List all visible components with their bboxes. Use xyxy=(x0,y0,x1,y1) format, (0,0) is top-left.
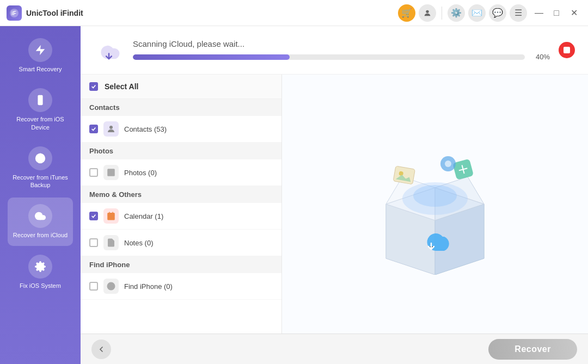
sidebar-label-recover-icloud: Recover from iCloud xyxy=(13,231,68,239)
main-layout: Smart Recovery Recover from iOS Device R… xyxy=(0,26,588,364)
sidebar-label-recover-itunes: Recover from iTunes Backup xyxy=(12,174,69,189)
svg-text:iF: iF xyxy=(11,10,16,16)
progress-row: 40% xyxy=(133,53,550,61)
calendar-checkbox[interactable] xyxy=(89,212,98,220)
sidebar-label-smart-recovery: Smart Recovery xyxy=(19,65,62,73)
sidebar-item-recover-ios[interactable]: Recover from iOS Device xyxy=(8,82,73,138)
svg-point-34 xyxy=(445,161,451,167)
findiphone-checkbox[interactable] xyxy=(89,282,98,291)
sidebar-item-recover-itunes[interactable]: Recover from iTunes Backup xyxy=(8,140,73,196)
minimize-button[interactable]: — xyxy=(531,5,547,21)
recover-itunes-icon xyxy=(28,146,52,170)
list-panel: Select All Contacts Contacts (53) Photos xyxy=(81,75,282,334)
notes-label: Notes (0) xyxy=(124,239,153,247)
svg-point-10 xyxy=(109,126,113,129)
svg-point-4 xyxy=(40,103,41,104)
scan-header: Scanning iCloud, please wait... 40% xyxy=(81,26,588,75)
sidebar-label-recover-ios: Recover from iOS Device xyxy=(12,115,69,131)
sidebar-item-smart-recovery[interactable]: Smart Recovery xyxy=(8,32,73,79)
bottom-bar: Recover xyxy=(81,334,588,364)
scan-info: Scanning iCloud, please wait... 40% xyxy=(133,39,550,61)
content-area: Scanning iCloud, please wait... 40% xyxy=(81,26,588,364)
select-all-label: Select All xyxy=(105,82,139,91)
sidebar: Smart Recovery Recover from iOS Device R… xyxy=(0,26,81,364)
svg-point-29 xyxy=(413,185,457,207)
progress-bar-outer xyxy=(133,54,525,60)
titlebar: iF UnicTool iFindit 🛒 ⚙️ ✉️ 💬 ☰ — □ ✕ xyxy=(0,0,588,26)
recover-ios-icon xyxy=(28,88,52,112)
list-item-contacts[interactable]: Contacts (53) xyxy=(81,116,281,143)
findiphone-icon xyxy=(103,279,119,294)
photos-label: Photos (0) xyxy=(124,169,157,177)
contacts-label: Contacts (53) xyxy=(124,125,167,133)
notes-icon xyxy=(103,235,119,250)
menu-icon[interactable]: ☰ xyxy=(510,4,527,22)
stop-icon xyxy=(564,47,570,53)
contacts-icon xyxy=(103,121,119,137)
findiphone-label: Find iPhone (0) xyxy=(124,282,173,291)
stop-scan-button[interactable] xyxy=(559,42,575,58)
back-button[interactable] xyxy=(91,340,111,359)
cart-icon[interactable]: 🛒 xyxy=(398,4,415,22)
scan-status-text: Scanning iCloud, please wait... xyxy=(133,39,550,48)
select-all-row[interactable]: Select All xyxy=(81,75,281,99)
svg-point-20 xyxy=(110,285,113,288)
progress-bar-inner xyxy=(133,54,290,60)
category-contacts: Contacts xyxy=(81,99,281,116)
content-body: Select All Contacts Contacts (53) Photos xyxy=(81,75,588,334)
select-all-checkbox[interactable] xyxy=(89,82,98,91)
svg-rect-3 xyxy=(38,95,42,105)
box-illustration xyxy=(359,133,511,275)
smart-recovery-icon xyxy=(28,38,52,62)
sidebar-item-fix-ios[interactable]: Fix iOS System xyxy=(8,248,73,296)
progress-percent: 40% xyxy=(530,53,550,61)
close-button[interactable]: ✕ xyxy=(566,5,581,21)
app-logo: iF xyxy=(7,5,22,21)
category-findiphone: Find iPhone xyxy=(81,256,281,273)
window-controls: — □ ✕ xyxy=(531,5,581,21)
list-item-photos[interactable]: Photos (0) xyxy=(81,159,281,186)
separator xyxy=(442,7,442,20)
notes-checkbox[interactable] xyxy=(89,238,98,247)
svg-point-12 xyxy=(109,170,110,171)
list-item-calendar[interactable]: Calendar (1) xyxy=(81,203,281,230)
list-item-notes[interactable]: Notes (0) xyxy=(81,230,281,256)
list-item-findiphone[interactable]: Find iPhone (0) xyxy=(81,273,281,300)
preview-panel xyxy=(282,75,588,334)
maximize-button[interactable]: □ xyxy=(549,5,564,21)
fix-ios-icon xyxy=(28,255,52,279)
calendar-icon xyxy=(103,208,119,224)
svg-point-2 xyxy=(426,10,428,13)
feedback-icon[interactable]: 💬 xyxy=(489,4,506,22)
svg-rect-13 xyxy=(107,213,115,220)
account-icon[interactable] xyxy=(419,4,436,22)
scan-cloud-icon xyxy=(94,35,124,65)
app-title: UnicTool iFindit xyxy=(26,9,398,17)
photos-icon xyxy=(103,165,119,180)
titlebar-icons: 🛒 ⚙️ ✉️ 💬 ☰ xyxy=(398,4,527,22)
photos-checkbox[interactable] xyxy=(89,168,98,177)
mail-icon[interactable]: ✉️ xyxy=(468,4,486,22)
svg-point-6 xyxy=(39,157,42,160)
recover-icloud-icon xyxy=(28,204,52,228)
contacts-checkbox[interactable] xyxy=(89,125,98,133)
svg-rect-35 xyxy=(393,166,415,184)
category-memo: Memo & Others xyxy=(81,186,281,203)
sidebar-label-fix-ios: Fix iOS System xyxy=(20,282,61,289)
calendar-label: Calendar (1) xyxy=(124,212,163,220)
sidebar-item-recover-icloud[interactable]: Recover from iCloud xyxy=(8,198,73,245)
settings-icon[interactable]: ⚙️ xyxy=(448,4,465,22)
recover-button[interactable]: Recover xyxy=(488,339,577,360)
category-photos: Photos xyxy=(81,143,281,159)
